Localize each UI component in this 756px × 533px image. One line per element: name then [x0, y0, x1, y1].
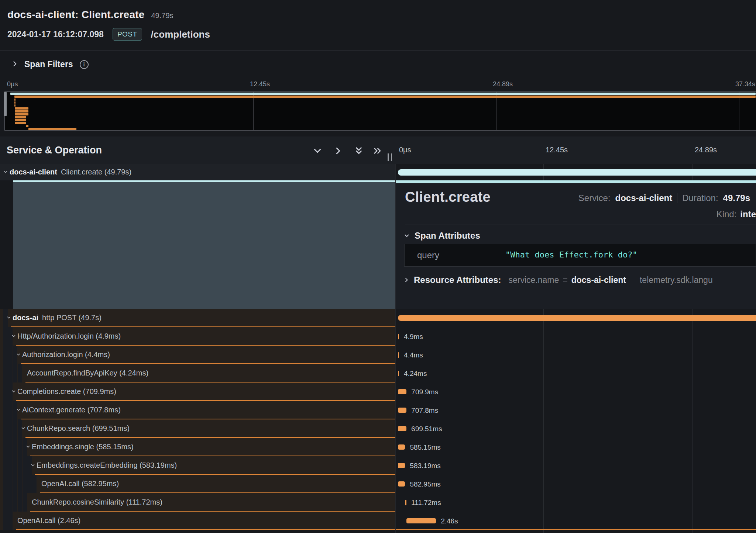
span-row[interactable]: AccountRepo.findByApiKey (4.24ms)4.24ms [0, 364, 756, 383]
span-row-left: Embeddings.single (585.15ms) [0, 438, 396, 456]
detail-span-title: Client.create [405, 189, 491, 205]
span-operation-label: ChunkRepo.cosineSimilarity (111.72ms) [32, 498, 162, 506]
indent-guide [3, 383, 8, 401]
indent-guide [18, 493, 22, 512]
trace-header: docs-ai-client: Client.create 49.79s 202… [0, 0, 756, 51]
span-row[interactable]: Http/Authorization.login (4.9ms)4.9ms [0, 327, 756, 346]
span-duration-label: 111.72ms [411, 499, 441, 507]
expand-all-icon[interactable] [372, 145, 383, 156]
span-row-text: Authorization.login (4.4ms) [22, 350, 110, 359]
span-row-text: ChunkRepo.search (699.51ms) [27, 424, 130, 433]
span-kind-line: Kind: inte [717, 209, 756, 219]
info-icon[interactable] [80, 60, 89, 69]
span-row-left: AccountRepo.findByApiKey (4.24ms) [0, 364, 396, 383]
column-resize-grip[interactable] [388, 153, 392, 161]
span-row[interactable]: AiContext.generate (707.8ms)707.8ms [0, 401, 756, 419]
kind-value: inte [740, 209, 756, 219]
collapse-one-icon[interactable] [312, 145, 323, 156]
indent-guide [8, 438, 13, 456]
span-row-border [21, 419, 396, 419]
indent-guide [13, 475, 17, 493]
chevron-down-icon[interactable] [6, 315, 11, 322]
resource-attributes-title: Resource Attributes: [414, 275, 501, 285]
timeline-tick-label: 24.89s [695, 146, 717, 154]
span-duration-bar[interactable] [398, 334, 399, 339]
span-row[interactable]: Authorization.login (4.4ms)4.4ms [0, 346, 756, 364]
chevron-down-icon[interactable] [16, 352, 21, 359]
span-operation-label: AiContext.generate (707.8ms) [22, 406, 121, 414]
resource-attributes-toggle[interactable]: Resource Attributes: service.name = docs… [403, 275, 756, 285]
span-duration-bar[interactable] [405, 500, 406, 505]
indent-guide [3, 475, 8, 493]
span-row[interactable]: docs-ai-clientClient.create (49.79s) [0, 164, 756, 180]
span-attributes-toggle[interactable]: Span Attributes [403, 231, 480, 241]
indent-guide [32, 475, 37, 493]
span-row-left: docs-aihttp POST (49.7s) [0, 309, 396, 327]
minimap-span-bar [26, 125, 28, 127]
chevron-down-icon[interactable] [3, 169, 8, 176]
chevron-down-icon[interactable] [21, 426, 26, 432]
indent-guide [27, 475, 32, 493]
span-row-left: Completions.create (709.9ms) [0, 383, 396, 401]
span-row-border [16, 529, 756, 530]
indent-guide [18, 456, 22, 475]
span-row-border [11, 326, 396, 327]
span-row[interactable]: OpenAI.call (2.46s)2.46s [0, 512, 756, 530]
timeline-tick-label: 12.45s [546, 146, 568, 154]
span-duration-label: 709.9ms [411, 388, 438, 396]
indent-guide [23, 456, 27, 475]
span-row-left: OpenAI.call (582.95ms) [0, 475, 396, 493]
span-service-name: docs-ai [13, 314, 38, 322]
chevron-down-icon[interactable] [25, 444, 31, 451]
span-duration-bar[interactable] [406, 518, 436, 523]
expand-one-icon[interactable] [333, 145, 344, 156]
span-filters-toggle[interactable]: Span Filters [0, 51, 756, 78]
kind-label: Kind: [717, 209, 737, 219]
span-duration-bar[interactable] [398, 315, 756, 321]
minimap-viewport-handle[interactable] [4, 92, 7, 116]
span-row[interactable]: Embeddings.single (585.15ms)585.15ms [0, 438, 756, 456]
indent-guide [8, 419, 13, 438]
span-row[interactable]: Embeddings.createEmbedding (583.19ms)583… [0, 456, 756, 475]
service-value: docs-ai-client [615, 193, 673, 203]
span-meta-line: Service: docs-ai-client Duration: 49.79s [578, 193, 755, 203]
span-duration-bar[interactable] [398, 371, 399, 376]
collapse-all-icon[interactable] [353, 145, 364, 156]
span-row[interactable]: ChunkRepo.cosineSimilarity (111.72ms)111… [0, 493, 756, 512]
chevron-down-icon[interactable] [16, 407, 21, 414]
span-duration-bar[interactable] [398, 352, 399, 358]
indent-guide [3, 512, 8, 530]
minimap-tick-labels: 0μs12.45s24.89s37.34s [0, 80, 756, 90]
chevron-down-icon[interactable] [11, 389, 16, 395]
span-duration-bar[interactable] [398, 481, 405, 487]
span-duration-bar[interactable] [398, 426, 406, 431]
span-attributes-table: query "What does Effect.fork do?" [404, 244, 756, 267]
indent-guide [8, 364, 13, 383]
span-row[interactable]: docs-aihttp POST (49.7s) [0, 309, 756, 327]
span-row-text: OpenAI.call (582.95ms) [41, 480, 119, 488]
span-duration-bar[interactable] [398, 389, 406, 394]
span-duration-bar[interactable] [398, 408, 406, 413]
trace-subheader: 2024-01-17 16:12:07.098 POST /completion… [7, 28, 210, 41]
minimap-span-bar [15, 113, 28, 115]
span-duration-bar[interactable] [398, 444, 405, 450]
span-duration-bar[interactable] [398, 463, 405, 468]
service-operation-header: Service & Operation [7, 145, 102, 156]
duration-value: 49.79s [723, 193, 750, 203]
span-duration-label: 4.24ms [404, 370, 427, 378]
span-operation-label: AccountRepo.findByApiKey (4.24ms) [27, 369, 148, 377]
indent-guide [8, 493, 13, 512]
span-row[interactable]: ChunkRepo.search (699.51ms)699.51ms [0, 419, 756, 438]
indent-guide [3, 493, 8, 512]
span-operation-label: Authorization.login (4.4ms) [22, 350, 110, 359]
minimap-span-bar [15, 119, 26, 121]
span-duration-bar[interactable] [398, 169, 756, 176]
span-row-text: ChunkRepo.cosineSimilarity (111.72ms) [32, 498, 162, 506]
timeline-minimap[interactable] [4, 91, 756, 131]
span-row[interactable]: OpenAI.call (582.95ms)582.95ms [0, 475, 756, 493]
span-row[interactable]: Completions.create (709.9ms)709.9ms [0, 383, 756, 401]
column-divider[interactable] [395, 136, 396, 533]
indent-guide [3, 346, 8, 364]
chevron-down-icon[interactable] [30, 463, 35, 469]
chevron-down-icon[interactable] [11, 333, 16, 340]
